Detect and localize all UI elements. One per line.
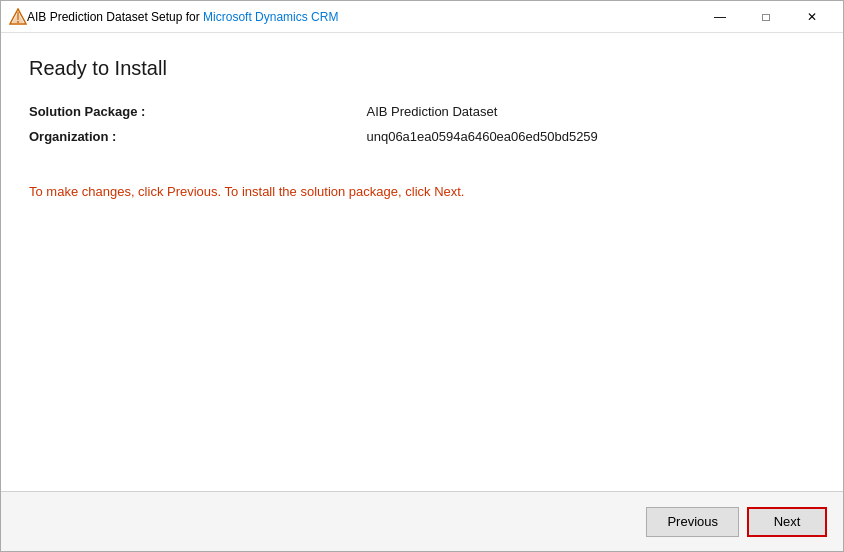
- solution-package-label: Solution Package :: [29, 104, 366, 119]
- content-area: Ready to Install Solution Package : AIB …: [1, 33, 843, 491]
- instruction-text: To make changes, click Previous. To inst…: [29, 184, 815, 199]
- main-window: AIB Prediction Dataset Setup for Microso…: [0, 0, 844, 552]
- minimize-button[interactable]: —: [697, 1, 743, 33]
- organization-label: Organization :: [29, 129, 366, 144]
- title-prefix: AIB Prediction Dataset Setup for: [27, 10, 203, 24]
- footer: Previous Next: [1, 491, 843, 551]
- title-highlight: Microsoft Dynamics CRM: [203, 10, 338, 24]
- title-bar-text: AIB Prediction Dataset Setup for Microso…: [27, 10, 697, 24]
- page-title: Ready to Install: [29, 57, 815, 80]
- next-button[interactable]: Next: [747, 507, 827, 537]
- info-grid: Solution Package : AIB Prediction Datase…: [29, 104, 815, 144]
- title-bar: AIB Prediction Dataset Setup for Microso…: [1, 1, 843, 33]
- previous-button[interactable]: Previous: [646, 507, 739, 537]
- app-icon: [9, 8, 27, 26]
- solution-package-value: AIB Prediction Dataset: [366, 104, 815, 119]
- close-button[interactable]: ✕: [789, 1, 835, 33]
- window-controls: — □ ✕: [697, 1, 835, 33]
- maximize-button[interactable]: □: [743, 1, 789, 33]
- organization-value: unq06a1ea0594a6460ea06ed50bd5259: [366, 129, 815, 144]
- svg-point-3: [17, 21, 19, 23]
